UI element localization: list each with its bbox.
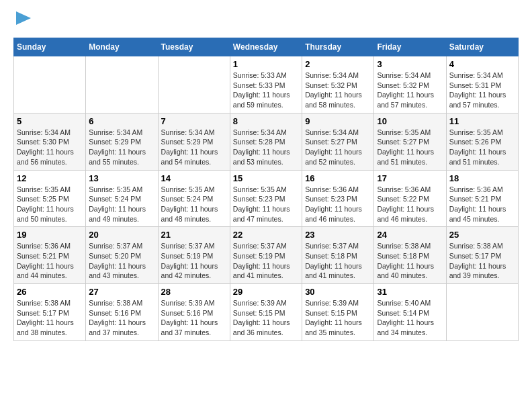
day-info: Sunrise: 5:35 AMSunset: 5:24 PMDaylight:…	[161, 185, 227, 224]
calendar-day-cell: 4Sunrise: 5:34 AMSunset: 5:31 PMDaylight…	[446, 56, 518, 113]
calendar-week-row: 12Sunrise: 5:35 AMSunset: 5:25 PMDayligh…	[14, 170, 519, 227]
day-info: Sunrise: 5:35 AMSunset: 5:23 PMDaylight:…	[233, 185, 299, 224]
calendar-table: SundayMondayTuesdayWednesdayThursdayFrid…	[13, 38, 519, 341]
calendar-day-cell: 13Sunrise: 5:35 AMSunset: 5:24 PMDayligh…	[86, 170, 158, 227]
day-number: 25	[449, 230, 515, 240]
logo-text-block	[13, 13, 31, 31]
day-number: 2	[305, 59, 371, 69]
day-number: 6	[89, 116, 154, 126]
calendar-header-row: SundayMondayTuesdayWednesdayThursdayFrid…	[14, 38, 519, 56]
calendar-day-cell: 18Sunrise: 5:36 AMSunset: 5:21 PMDayligh…	[446, 170, 518, 227]
calendar-day-cell: 19Sunrise: 5:36 AMSunset: 5:21 PMDayligh…	[14, 227, 86, 284]
day-info: Sunrise: 5:36 AMSunset: 5:21 PMDaylight:…	[17, 241, 83, 281]
day-info: Sunrise: 5:34 AMSunset: 5:27 PMDaylight:…	[305, 128, 371, 167]
calendar-day-cell: 15Sunrise: 5:35 AMSunset: 5:23 PMDayligh…	[230, 170, 302, 227]
calendar-week-row: 19Sunrise: 5:36 AMSunset: 5:21 PMDayligh…	[14, 227, 519, 284]
day-info: Sunrise: 5:35 AMSunset: 5:24 PMDaylight:…	[89, 185, 154, 224]
day-number: 7	[161, 116, 227, 126]
calendar-day-cell	[14, 56, 86, 113]
day-info: Sunrise: 5:38 AMSunset: 5:18 PMDaylight:…	[377, 241, 443, 281]
day-number: 29	[233, 287, 299, 297]
day-number: 30	[305, 287, 371, 297]
calendar-day-cell: 9Sunrise: 5:34 AMSunset: 5:27 PMDaylight…	[302, 113, 374, 170]
day-info: Sunrise: 5:38 AMSunset: 5:16 PMDaylight:…	[89, 298, 154, 338]
day-number: 18	[449, 173, 515, 183]
day-number: 5	[17, 116, 83, 126]
weekday-header: Tuesday	[158, 38, 230, 56]
day-info: Sunrise: 5:34 AMSunset: 5:29 PMDaylight:…	[161, 128, 227, 167]
day-info: Sunrise: 5:38 AMSunset: 5:17 PMDaylight:…	[449, 241, 515, 281]
day-number: 17	[377, 173, 443, 183]
weekday-header: Sunday	[14, 38, 86, 56]
calendar-day-cell: 28Sunrise: 5:39 AMSunset: 5:16 PMDayligh…	[158, 284, 230, 341]
calendar-day-cell	[446, 284, 518, 341]
day-info: Sunrise: 5:37 AMSunset: 5:19 PMDaylight:…	[161, 241, 227, 281]
calendar-day-cell: 21Sunrise: 5:37 AMSunset: 5:19 PMDayligh…	[158, 227, 230, 284]
day-info: Sunrise: 5:34 AMSunset: 5:32 PMDaylight:…	[305, 71, 371, 110]
day-number: 10	[377, 116, 443, 126]
calendar-week-row: 5Sunrise: 5:34 AMSunset: 5:30 PMDaylight…	[14, 113, 519, 170]
calendar-day-cell: 2Sunrise: 5:34 AMSunset: 5:32 PMDaylight…	[302, 56, 374, 113]
weekday-header: Wednesday	[230, 38, 302, 56]
day-number: 8	[233, 116, 299, 126]
calendar-day-cell: 24Sunrise: 5:38 AMSunset: 5:18 PMDayligh…	[374, 227, 446, 284]
calendar-day-cell: 7Sunrise: 5:34 AMSunset: 5:29 PMDaylight…	[158, 113, 230, 170]
calendar-day-cell: 17Sunrise: 5:36 AMSunset: 5:22 PMDayligh…	[374, 170, 446, 227]
day-info: Sunrise: 5:35 AMSunset: 5:26 PMDaylight:…	[449, 128, 515, 167]
calendar-day-cell: 23Sunrise: 5:37 AMSunset: 5:18 PMDayligh…	[302, 227, 374, 284]
calendar-day-cell: 12Sunrise: 5:35 AMSunset: 5:25 PMDayligh…	[14, 170, 86, 227]
day-info: Sunrise: 5:39 AMSunset: 5:16 PMDaylight:…	[161, 298, 227, 338]
day-number: 3	[377, 59, 443, 69]
page-header	[13, 13, 519, 31]
calendar-day-cell	[158, 56, 230, 113]
calendar-day-cell: 11Sunrise: 5:35 AMSunset: 5:26 PMDayligh…	[446, 113, 518, 170]
day-number: 21	[161, 230, 227, 240]
day-number: 22	[233, 230, 299, 240]
calendar-day-cell: 14Sunrise: 5:35 AMSunset: 5:24 PMDayligh…	[158, 170, 230, 227]
weekday-header: Monday	[86, 38, 158, 56]
calendar-day-cell: 31Sunrise: 5:40 AMSunset: 5:14 PMDayligh…	[374, 284, 446, 341]
calendar-day-cell: 25Sunrise: 5:38 AMSunset: 5:17 PMDayligh…	[446, 227, 518, 284]
weekday-header: Friday	[374, 38, 446, 56]
day-info: Sunrise: 5:38 AMSunset: 5:17 PMDaylight:…	[17, 298, 83, 338]
day-info: Sunrise: 5:34 AMSunset: 5:28 PMDaylight:…	[233, 128, 299, 167]
day-number: 9	[305, 116, 371, 126]
calendar-day-cell: 16Sunrise: 5:36 AMSunset: 5:23 PMDayligh…	[302, 170, 374, 227]
day-number: 28	[161, 287, 227, 297]
day-number: 24	[377, 230, 443, 240]
calendar-day-cell: 26Sunrise: 5:38 AMSunset: 5:17 PMDayligh…	[14, 284, 86, 341]
calendar-day-cell: 20Sunrise: 5:37 AMSunset: 5:20 PMDayligh…	[86, 227, 158, 284]
day-number: 20	[89, 230, 154, 240]
calendar-day-cell: 8Sunrise: 5:34 AMSunset: 5:28 PMDaylight…	[230, 113, 302, 170]
calendar-day-cell	[86, 56, 158, 113]
logo	[13, 13, 31, 31]
day-info: Sunrise: 5:34 AMSunset: 5:31 PMDaylight:…	[449, 71, 515, 110]
day-number: 11	[449, 116, 515, 126]
day-number: 4	[449, 59, 515, 69]
day-info: Sunrise: 5:37 AMSunset: 5:18 PMDaylight:…	[305, 241, 371, 281]
day-number: 27	[89, 287, 154, 297]
calendar-day-cell: 10Sunrise: 5:35 AMSunset: 5:27 PMDayligh…	[374, 113, 446, 170]
calendar-week-row: 1Sunrise: 5:33 AMSunset: 5:33 PMDaylight…	[14, 56, 519, 113]
day-info: Sunrise: 5:36 AMSunset: 5:23 PMDaylight:…	[305, 185, 371, 224]
day-info: Sunrise: 5:36 AMSunset: 5:21 PMDaylight:…	[449, 185, 515, 224]
day-info: Sunrise: 5:39 AMSunset: 5:15 PMDaylight:…	[305, 298, 371, 338]
calendar-week-row: 26Sunrise: 5:38 AMSunset: 5:17 PMDayligh…	[14, 284, 519, 341]
calendar-day-cell: 22Sunrise: 5:37 AMSunset: 5:19 PMDayligh…	[230, 227, 302, 284]
day-info: Sunrise: 5:37 AMSunset: 5:20 PMDaylight:…	[89, 241, 154, 281]
calendar-day-cell: 3Sunrise: 5:34 AMSunset: 5:32 PMDaylight…	[374, 56, 446, 113]
day-info: Sunrise: 5:33 AMSunset: 5:33 PMDaylight:…	[233, 71, 299, 110]
day-number: 1	[233, 59, 299, 69]
day-number: 12	[17, 173, 83, 183]
day-number: 14	[161, 173, 227, 183]
logo-arrow-icon	[16, 11, 31, 25]
day-info: Sunrise: 5:34 AMSunset: 5:32 PMDaylight:…	[377, 71, 443, 110]
day-info: Sunrise: 5:36 AMSunset: 5:22 PMDaylight:…	[377, 185, 443, 224]
calendar-day-cell: 29Sunrise: 5:39 AMSunset: 5:15 PMDayligh…	[230, 284, 302, 341]
day-info: Sunrise: 5:35 AMSunset: 5:27 PMDaylight:…	[377, 128, 443, 167]
day-number: 13	[89, 173, 154, 183]
weekday-header: Saturday	[446, 38, 518, 56]
day-number: 23	[305, 230, 371, 240]
day-number: 16	[305, 173, 371, 183]
calendar-day-cell: 1Sunrise: 5:33 AMSunset: 5:33 PMDaylight…	[230, 56, 302, 113]
